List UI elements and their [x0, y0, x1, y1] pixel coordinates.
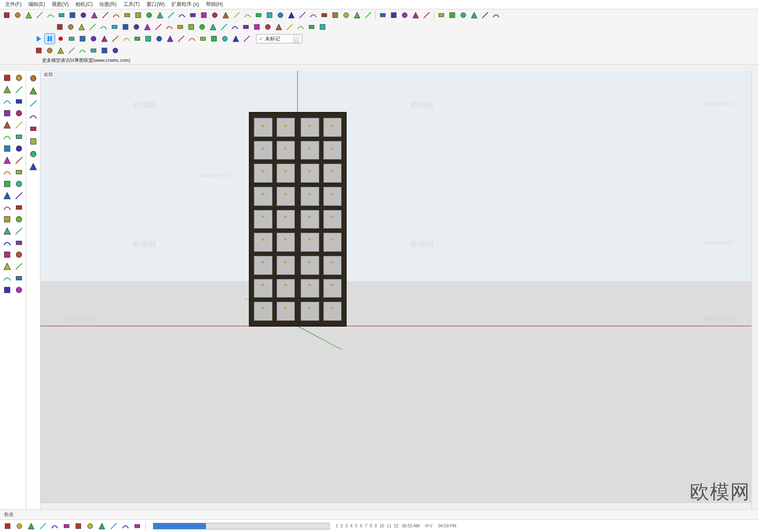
- shape-tool[interactable]: [13, 108, 24, 119]
- scale-button[interactable]: [122, 10, 132, 20]
- down-arrow-tool[interactable]: [27, 72, 39, 84]
- cloud3-button[interactable]: [56, 45, 66, 56]
- pan-button[interactable]: [264, 10, 275, 20]
- section-button[interactable]: [13, 10, 23, 20]
- freehand-tool[interactable]: [13, 143, 24, 154]
- paint-button[interactable]: [155, 10, 165, 20]
- circle-tool[interactable]: [2, 120, 13, 130]
- arc2-tool[interactable]: [13, 131, 24, 142]
- tag-dropdown[interactable]: ✓未标记: [256, 34, 302, 43]
- soften-button[interactable]: [132, 521, 142, 531]
- monitor-button[interactable]: [99, 34, 109, 44]
- soften-button[interactable]: [285, 22, 295, 32]
- curve-tool[interactable]: [13, 84, 24, 95]
- home-button[interactable]: [458, 10, 468, 20]
- followme-tool[interactable]: [13, 178, 24, 189]
- lightbulb-button[interactable]: [121, 34, 131, 44]
- refresh2-button[interactable]: [220, 34, 230, 44]
- section-tool[interactable]: [13, 226, 24, 237]
- texture-tool[interactable]: [13, 190, 24, 201]
- menu-draw[interactable]: 绘图(R): [97, 0, 119, 9]
- group-button[interactable]: [241, 22, 251, 32]
- arc1-tool[interactable]: [2, 131, 13, 142]
- cloud1-button[interactable]: [34, 45, 44, 56]
- cloud-button[interactable]: [400, 10, 410, 20]
- extrude-button[interactable]: [175, 22, 185, 32]
- make-component-button[interactable]: [2, 10, 12, 20]
- explode-button[interactable]: [243, 10, 253, 20]
- cloud4-button[interactable]: [67, 45, 77, 56]
- rotate-button[interactable]: [166, 10, 176, 20]
- dimensions-button[interactable]: [24, 10, 34, 20]
- hidden-button[interactable]: [120, 521, 131, 531]
- folder-button[interactable]: [378, 10, 388, 20]
- move-button[interactable]: [177, 10, 187, 20]
- gear-button[interactable]: [77, 34, 88, 44]
- tape-button[interactable]: [188, 10, 198, 20]
- profile-button[interactable]: [164, 22, 174, 32]
- look-tool[interactable]: [2, 273, 13, 284]
- offset-tool[interactable]: [13, 167, 24, 178]
- screen-button[interactable]: [88, 34, 99, 44]
- dimension-tool[interactable]: [2, 214, 13, 225]
- model-door[interactable]: [249, 112, 347, 327]
- text-button[interactable]: [232, 10, 242, 20]
- pan-tool[interactable]: [13, 237, 24, 248]
- text3d-button[interactable]: [142, 22, 152, 32]
- 3dwarehouse-button[interactable]: [436, 10, 446, 20]
- cone-button[interactable]: [120, 22, 131, 32]
- cube-blue-tool[interactable]: [27, 148, 39, 160]
- plus-button[interactable]: [38, 521, 48, 531]
- hand-tool[interactable]: [13, 72, 24, 83]
- select2-tool[interactable]: [27, 123, 39, 135]
- circle2-button[interactable]: [187, 34, 197, 44]
- camera-button[interactable]: [26, 521, 36, 531]
- menu-window[interactable]: 窗口(W): [144, 0, 167, 9]
- tag-button[interactable]: [85, 521, 95, 531]
- help-button[interactable]: [110, 34, 120, 44]
- scale-tool[interactable]: [2, 167, 13, 178]
- followme-button[interactable]: [111, 10, 121, 20]
- mirror-button[interactable]: [308, 10, 318, 20]
- sandbox-1-button[interactable]: [45, 10, 56, 20]
- outliner-button[interactable]: [341, 10, 351, 20]
- rect-tool[interactable]: [2, 108, 13, 119]
- pencil-button[interactable]: [55, 22, 65, 32]
- x-ray-button[interactable]: [352, 10, 362, 20]
- section2-button[interactable]: [186, 22, 196, 32]
- folder2-button[interactable]: [469, 10, 479, 20]
- sandbox-4-button[interactable]: [78, 10, 88, 20]
- fog-button[interactable]: [109, 521, 119, 531]
- ungroup-button[interactable]: [252, 22, 262, 32]
- stairs-button[interactable]: [35, 10, 45, 20]
- position-tool[interactable]: [13, 261, 24, 272]
- styles-button[interactable]: [319, 10, 329, 20]
- line-tool[interactable]: [13, 96, 24, 107]
- sphere-button[interactable]: [99, 22, 109, 32]
- circle-button[interactable]: [199, 10, 209, 20]
- target-button[interactable]: [110, 45, 120, 56]
- copy-button[interactable]: [208, 22, 218, 32]
- style-button[interactable]: [97, 521, 107, 531]
- settings-button[interactable]: [231, 34, 241, 44]
- zoom-button[interactable]: [275, 10, 286, 20]
- folder3-button[interactable]: [480, 10, 490, 20]
- component-red-tool[interactable]: [27, 98, 39, 109]
- arrow-button[interactable]: [77, 22, 87, 32]
- sandbox-tool[interactable]: [2, 285, 13, 295]
- offset-button[interactable]: [89, 10, 99, 20]
- zoom-tool[interactable]: [2, 249, 13, 260]
- folder4-button[interactable]: [491, 10, 501, 20]
- cyl-button[interactable]: [109, 22, 120, 32]
- zoom-window-tool[interactable]: [13, 249, 24, 260]
- layers-button[interactable]: [330, 10, 340, 20]
- walk-tool[interactable]: [13, 273, 24, 284]
- layers2-button[interactable]: [197, 22, 207, 32]
- pencil-tool[interactable]: [2, 96, 13, 107]
- play-button[interactable]: [34, 34, 44, 44]
- select-rect-button[interactable]: [77, 45, 88, 56]
- line-button[interactable]: [210, 10, 220, 20]
- orbit-tool[interactable]: [2, 237, 13, 248]
- photo-button[interactable]: [209, 34, 219, 44]
- text-tool[interactable]: [13, 214, 24, 225]
